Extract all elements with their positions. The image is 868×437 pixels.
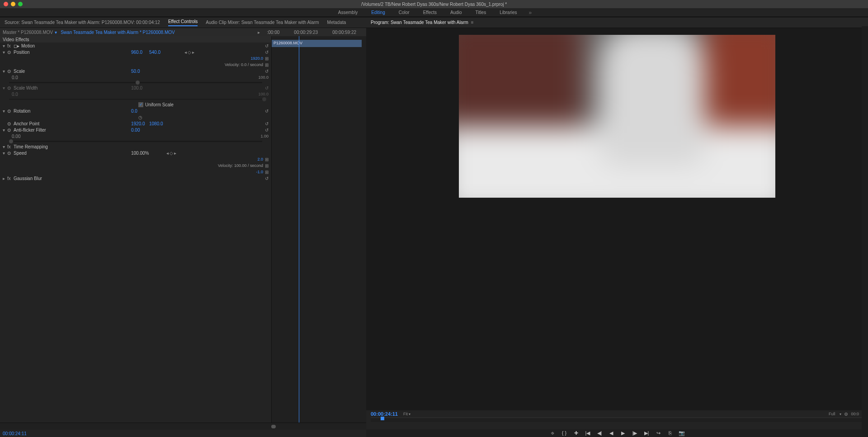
source-timecode[interactable]: 00:00:24:11	[3, 431, 27, 436]
section-video-effects: Video Effects	[0, 36, 271, 43]
macos-titlebar: /Volumes/2 TB/New Robert Dyas 360s/New R…	[0, 0, 868, 8]
tab-metadata[interactable]: Metadata	[327, 20, 346, 25]
tab-effect-controls[interactable]: Effect Controls	[168, 19, 198, 26]
prop-scale-width: ▾⊙ Scale Width 100.0 ↺	[0, 85, 271, 91]
fx-time-remapping[interactable]: ▾fx Time Remapping	[0, 143, 271, 150]
position-x-value[interactable]: 960.0	[131, 50, 149, 55]
program-video-frame	[459, 35, 775, 198]
program-transport: ⎆ { } ✚ |◀ ◀| ◀ ▶ |▶ ▶| ↪ ⎘ 📷	[366, 429, 868, 437]
workspace-editing[interactable]: Editing	[369, 10, 387, 15]
workspace-libraries[interactable]: Libraries	[498, 10, 519, 15]
program-duration: 00:0	[851, 412, 859, 416]
workspace-color[interactable]: Color	[397, 10, 411, 15]
ec-ruler-mid: 00:00:29:23	[294, 30, 318, 35]
effect-controls-panel: Master * P1260008.MOV ▾ Swan Teasmade Te…	[0, 28, 366, 430]
tab-audio-mixer[interactable]: Audio Clip Mixer: Swan Teasmade Tea Make…	[206, 20, 319, 25]
add-marker-button[interactable]: ✚	[573, 430, 579, 436]
workspace-effects[interactable]: Effects	[421, 10, 439, 15]
position-y-value[interactable]: 540.0	[149, 50, 167, 55]
anchor-y-value[interactable]: 1080.0	[149, 121, 167, 126]
tab-source[interactable]: Source: Swan Teasmade Tea Maker with Ala…	[5, 20, 160, 25]
settings-icon[interactable]: ⚙	[844, 412, 848, 417]
prop-speed[interactable]: ▾⊙ Speed 100.00% ◂◇▸	[0, 150, 271, 156]
next-keyframe-icon[interactable]: ▸	[192, 50, 194, 55]
anchor-x-value[interactable]: 1920.0	[131, 121, 149, 126]
rotation-value[interactable]: 0.0	[131, 109, 149, 114]
instance-clip-label[interactable]: Swan Teasmade Tea Maker with Alarm * P12…	[61, 30, 175, 35]
ec-ruler-end: 00:00:59:22	[332, 30, 356, 35]
mark-out-button[interactable]: { }	[561, 430, 567, 436]
play-reverse-button[interactable]: ◀	[608, 430, 614, 436]
prev-keyframe-icon[interactable]: ◂	[184, 50, 187, 55]
workspace-titles[interactable]: Titles	[474, 10, 488, 15]
play-button[interactable]: ▶	[620, 430, 626, 436]
ec-ruler-start: :00:00	[267, 30, 280, 35]
program-monitor[interactable]	[366, 28, 868, 410]
prop-anchor-point[interactable]: ⊙ Anchor Point 1920.0 1080.0 ↺	[0, 120, 271, 127]
flicker-value[interactable]: 0.00	[131, 128, 149, 133]
export-frame-button[interactable]: 📷	[679, 430, 685, 436]
program-playhead[interactable]	[381, 417, 384, 420]
ec-playhead-toggle[interactable]: ▸	[258, 30, 260, 35]
step-back-button[interactable]: ◀|	[596, 430, 603, 436]
scale-value[interactable]: 50.0	[131, 69, 149, 74]
program-timecode[interactable]: 00:00:24:11	[371, 411, 398, 417]
uniform-scale-checkbox[interactable]: ✓	[138, 102, 143, 107]
right-dock-strip	[862, 26, 868, 437]
workspace-audio[interactable]: Audio	[448, 10, 464, 15]
mark-in-button[interactable]: ⎆	[549, 430, 556, 436]
add-keyframe-icon[interactable]: ◇	[188, 50, 191, 55]
program-tab[interactable]: Program: Swan Teasmade Tea Maker with Al…	[366, 17, 868, 28]
flicker-slider[interactable]	[9, 141, 262, 142]
workspace-bar: Assembly Editing Color Effects Audio Tit…	[0, 8, 868, 17]
program-res-select[interactable]: Full	[829, 412, 835, 416]
extract-button[interactable]: ⎘	[667, 430, 673, 436]
go-to-out-button[interactable]: ▶|	[643, 430, 650, 436]
scale-slider[interactable]	[9, 82, 262, 83]
effect-controls-timeline[interactable]: P1260008.MOV	[271, 36, 366, 423]
master-clip-label[interactable]: Master * P1260008.MOV	[3, 30, 53, 35]
fx-gaussian-blur[interactable]: ▸fx Gaussian Blur ↺	[0, 175, 271, 181]
go-to-in-button[interactable]: |◀	[585, 430, 591, 436]
reset-icon[interactable]: ↺	[265, 43, 269, 48]
prop-rotation[interactable]: ▾⊙ Rotation 0.0 ↺	[0, 108, 271, 114]
prop-anti-flicker[interactable]: ▾⊙ Anti-flicker Filter 0.00 ↺	[0, 127, 271, 133]
workspace-overflow-icon[interactable]: »	[529, 10, 532, 16]
uniform-scale-row[interactable]: ✓ Uniform Scale	[0, 101, 271, 108]
lift-button[interactable]: ↪	[655, 430, 661, 436]
fx-motion[interactable]: ▾fx◻▸ Motion ↺	[0, 43, 271, 49]
position-extra: 1920.0	[250, 56, 263, 61]
ec-scrollbar-thumb[interactable]	[271, 425, 276, 428]
program-scrubber[interactable]	[371, 418, 863, 422]
prop-position[interactable]: ▾⊙ Position 960.0 540.0 ◂◇▸ ↺	[0, 49, 271, 55]
speed-value[interactable]: 100.00%	[131, 151, 149, 156]
window-title: /Volumes/2 TB/New Robert Dyas 360s/New R…	[0, 2, 868, 7]
program-zoom-select[interactable]: Fit	[403, 412, 408, 416]
step-forward-button[interactable]: |▶	[632, 430, 638, 436]
prop-scale[interactable]: ▾⊙ Scale 50.0 ↺	[0, 68, 271, 74]
rotation-dial-icon[interactable]: ◷	[138, 115, 142, 120]
workspace-assembly[interactable]: Assembly	[336, 10, 359, 15]
source-tabs: Source: Swan Teasmade Tea Maker with Ala…	[0, 17, 366, 28]
ec-mini-clip[interactable]: P1260008.MOV	[272, 40, 362, 47]
position-velocity: Velocity: 0.0 / second	[225, 62, 263, 67]
ec-mini-playhead[interactable]	[299, 36, 299, 423]
